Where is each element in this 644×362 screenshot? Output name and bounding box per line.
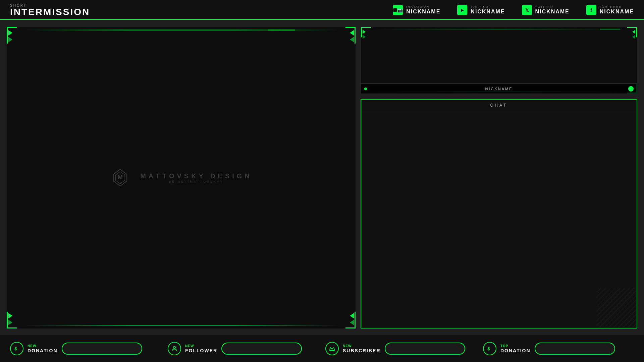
youtube-label: YOUTUBE: [471, 5, 505, 9]
social-item-instagram: 📷 INSTAGRAM NICKNAME: [393, 5, 440, 15]
follower-icon: +: [168, 342, 181, 355]
donation-icon: $: [10, 342, 23, 355]
bottom-bar: $ NEW DONATION + NEW FOLLOWER: [0, 335, 644, 362]
subscriber-type-text: SUBSCRIBER: [343, 348, 381, 353]
crown-icon: [329, 345, 335, 352]
follower-label: NEW FOLLOWER: [185, 344, 217, 353]
header: SHORT INTERMISSION 📷 INSTAGRAM NICKNAME …: [0, 0, 644, 20]
follower-type-text: FOLLOWER: [185, 348, 217, 353]
brand-title: INTERMISSION: [10, 7, 90, 17]
notif-new-donation: $ NEW DONATION: [10, 342, 161, 355]
subscriber-icon: [325, 342, 339, 355]
svg-rect-9: [330, 350, 335, 351]
video-frame: M MATTOVSKY DESIGN BE.NET/MATTOVSKYY: [7, 27, 356, 328]
chat-body: [361, 111, 637, 328]
svg-point-7: [173, 346, 176, 349]
svg-text:$: $: [14, 346, 17, 351]
subscriber-label: NEW SUBSCRIBER: [343, 344, 381, 353]
webcam-nickname: NICKNAME: [485, 87, 513, 91]
webcam-frame: NICKNAME: [361, 27, 637, 94]
youtube-text: YOUTUBE NICKNAME: [471, 5, 505, 15]
watermark-sub: BE.NET/MATTOVSKYY: [140, 180, 252, 183]
twitter-label: TWITTER: [535, 5, 570, 9]
chat-header: CHAT: [361, 100, 637, 111]
donation-type-text: DONATION: [28, 348, 58, 353]
chat-title: CHAT: [490, 103, 508, 108]
instagram-text: INSTAGRAM NICKNAME: [406, 5, 440, 15]
follower-value-bar: [221, 343, 302, 355]
top-donation-icon: $: [483, 342, 496, 355]
svg-point-2: [396, 9, 396, 9]
name-bar-dot: [364, 87, 367, 90]
top-donation-label: TOP DONATION: [500, 344, 531, 353]
webcam-dot-pattern: [361, 27, 637, 83]
chat-box: CHAT: [361, 99, 637, 328]
svg-text:+: +: [175, 346, 177, 348]
svg-rect-0: [393, 8, 397, 12]
instagram-label: INSTAGRAM: [406, 5, 440, 9]
twitter-icon: 𝕏: [522, 5, 532, 15]
top-donation-type-text: DONATION: [500, 348, 531, 353]
subscriber-value-bar: [385, 343, 465, 355]
facebook-label: FACEBOOK: [600, 5, 634, 9]
right-panel: NICKNAME CHAT: [361, 27, 637, 328]
top-donation-new-text: TOP: [500, 344, 531, 348]
watermark: M MATTOVSKY DESIGN BE.NET/MATTOVSKYY: [110, 168, 252, 188]
webcam-name-bar: NICKNAME: [361, 83, 637, 94]
notif-top-donation: $ TOP DONATION: [483, 342, 634, 355]
donation-value-bar: [62, 343, 142, 355]
youtube-nickname: NICKNAME: [471, 9, 505, 15]
svg-text:M: M: [118, 174, 123, 181]
twitter-nickname: NICKNAME: [535, 9, 570, 15]
person-icon: +: [171, 345, 178, 352]
facebook-text: FACEBOOK NICKNAME: [600, 5, 634, 15]
social-item-facebook: f FACEBOOK NICKNAME: [586, 5, 634, 15]
dollar-icon: $: [13, 345, 20, 352]
donation-new-text: NEW: [28, 344, 58, 348]
subscriber-new-text: NEW: [343, 344, 381, 348]
svg-text:$: $: [487, 346, 490, 351]
social-links: 📷 INSTAGRAM NICKNAME ▶ YOUTUBE NICKNAME …: [393, 5, 634, 15]
watermark-name: MATTOVSKY DESIGN: [140, 172, 252, 180]
notif-new-follower: + NEW FOLLOWER: [168, 342, 319, 355]
instagram-nickname: NICKNAME: [406, 9, 440, 15]
social-item-twitter: 𝕏 TWITTER NICKNAME: [522, 5, 570, 15]
instagram-icon: 📷: [393, 5, 403, 15]
social-item-youtube: ▶ YOUTUBE NICKNAME: [457, 5, 505, 15]
dollar2-icon: $: [486, 345, 493, 352]
main-content: M MATTOVSKY DESIGN BE.NET/MATTOVSKYY: [0, 20, 644, 335]
facebook-nickname: NICKNAME: [600, 9, 634, 15]
follower-new-text: NEW: [185, 344, 217, 348]
youtube-icon: ▶: [457, 5, 467, 15]
facebook-icon: f: [586, 5, 596, 15]
webcam-user-icon: [628, 86, 634, 92]
top-donation-value-bar: [535, 343, 615, 355]
twitter-text: TWITTER NICKNAME: [535, 5, 570, 15]
notif-new-subscriber: NEW SUBSCRIBER: [325, 342, 476, 355]
watermark-logo-svg: M: [110, 168, 130, 188]
donation-label: NEW DONATION: [28, 344, 58, 353]
brand: SHORT INTERMISSION: [10, 4, 90, 17]
